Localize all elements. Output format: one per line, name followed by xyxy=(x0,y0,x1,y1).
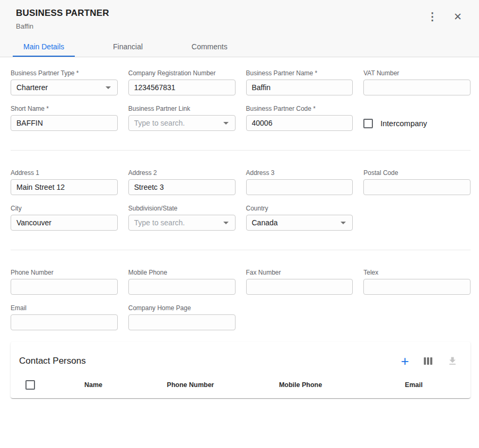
business-partner-dialog: BUSINESS PARTNER Baffin ⋮ ✕ Main Details… xyxy=(0,0,479,398)
business-partner-name-input[interactable] xyxy=(246,80,353,95)
field-business-partner-code: Business Partner Code * xyxy=(246,105,353,131)
fax-number-input[interactable] xyxy=(246,279,353,295)
contact-persons-card: Contact Persons + Name Phone Number Mobi… xyxy=(11,342,471,398)
field-label: Country xyxy=(246,205,353,212)
field-telex: Telex xyxy=(363,269,471,295)
identity-section: Business Partner Type * Charterer Compan… xyxy=(11,69,471,131)
select-all-checkbox[interactable] xyxy=(25,380,35,390)
field-label: Subdivision/State xyxy=(128,205,236,212)
field-address-1: Address 1 xyxy=(11,169,118,195)
columns-icon[interactable] xyxy=(423,356,433,366)
header-top: BUSINESS PARTNER Baffin ⋮ ✕ xyxy=(0,0,479,30)
field-label: VAT Number xyxy=(363,69,471,77)
select-all-cell xyxy=(11,380,50,390)
field-country: Country Canada xyxy=(246,205,353,231)
business-partner-link-select[interactable]: Type to search. xyxy=(128,115,236,131)
field-address-2: Address 2 xyxy=(128,169,236,195)
field-label: Address 1 xyxy=(11,169,118,177)
chevron-down-icon xyxy=(341,222,346,224)
field-company-home-page: Company Home Page xyxy=(128,304,236,330)
page-title: BUSINESS PARTNER xyxy=(16,8,109,19)
select-placeholder: Type to search. xyxy=(134,119,185,127)
business-partner-code-input[interactable] xyxy=(246,115,353,131)
chevron-down-icon xyxy=(223,222,229,224)
phone-number-input[interactable] xyxy=(11,279,118,295)
field-email: Email xyxy=(11,304,118,330)
field-company-registration-number: Company Registration Number xyxy=(128,69,236,95)
field-label: Postal Code xyxy=(363,169,471,177)
address-2-input[interactable] xyxy=(128,179,236,195)
column-header-phone: Phone Number xyxy=(137,381,244,389)
section-divider xyxy=(11,150,471,151)
email-input[interactable] xyxy=(11,314,118,330)
field-intercompany: Intercompany xyxy=(363,105,471,131)
tab-bar: Main Details Financial Comments xyxy=(0,37,479,57)
contact-persons-table-header: Name Phone Number Mobile Phone Email xyxy=(11,375,471,398)
field-city: City xyxy=(11,205,118,231)
intercompany-checkbox[interactable] xyxy=(363,119,373,128)
vat-number-input[interactable] xyxy=(363,80,471,95)
field-business-partner-link: Business Partner Link Type to search. xyxy=(128,105,236,131)
company-home-page-input[interactable] xyxy=(128,314,236,330)
select-value: Charterer xyxy=(16,83,48,92)
postal-code-input[interactable] xyxy=(363,179,471,195)
card-actions: + xyxy=(400,355,459,367)
field-label: Phone Number xyxy=(11,269,118,276)
field-label: Telex xyxy=(363,269,471,276)
telex-input[interactable] xyxy=(363,279,471,295)
city-input[interactable] xyxy=(11,215,118,231)
country-select[interactable]: Canada xyxy=(246,215,353,231)
tab-financial[interactable]: Financial xyxy=(102,37,153,57)
company-registration-input[interactable] xyxy=(128,80,236,95)
field-short-name: Short Name * xyxy=(11,105,118,131)
section-divider xyxy=(11,250,471,250)
header-actions: ⋮ ✕ xyxy=(425,10,464,23)
header-titles: BUSINESS PARTNER Baffin xyxy=(16,8,109,30)
checkbox-label: Intercompany xyxy=(380,119,427,128)
field-label: Address 2 xyxy=(128,169,236,177)
tab-comments[interactable]: Comments xyxy=(181,37,238,57)
business-partner-type-select[interactable]: Charterer xyxy=(11,80,118,95)
add-contact-button[interactable]: + xyxy=(400,356,410,366)
field-subdivision-state: Subdivision/State Type to search. xyxy=(128,205,236,231)
kebab-menu-icon[interactable]: ⋮ xyxy=(425,10,440,23)
select-placeholder: Type to search. xyxy=(134,218,185,227)
field-address-3: Address 3 xyxy=(246,169,353,195)
field-label: Company Registration Number xyxy=(128,69,236,77)
field-label: Business Partner Name * xyxy=(246,69,353,77)
close-icon[interactable]: ✕ xyxy=(451,11,464,23)
contact-info-section: Phone Number Mobile Phone Fax Number Tel… xyxy=(11,269,471,330)
column-header-mobile: Mobile Phone xyxy=(244,381,357,389)
tab-main-details[interactable]: Main Details xyxy=(13,37,75,57)
download-icon[interactable] xyxy=(446,355,459,367)
short-name-input[interactable] xyxy=(11,115,118,131)
field-business-partner-type: Business Partner Type * Charterer xyxy=(11,69,118,95)
field-fax-number: Fax Number xyxy=(246,269,353,295)
field-label: City xyxy=(11,205,118,212)
dialog-header: BUSINESS PARTNER Baffin ⋮ ✕ Main Details… xyxy=(0,0,479,57)
field-label: Business Partner Type * xyxy=(11,69,118,77)
page-subtitle: Baffin xyxy=(16,22,109,30)
address-1-input[interactable] xyxy=(11,179,118,195)
field-label: Mobile Phone xyxy=(128,269,236,276)
empty-cell xyxy=(363,304,471,330)
field-label: Company Home Page xyxy=(128,304,236,312)
field-vat-number: VAT Number xyxy=(363,69,471,95)
field-label: Fax Number xyxy=(246,269,353,276)
address-3-input[interactable] xyxy=(246,179,353,195)
field-label: Business Partner Code * xyxy=(246,105,353,112)
subdivision-state-select[interactable]: Type to search. xyxy=(128,215,236,231)
field-postal-code: Postal Code xyxy=(363,169,471,195)
main-details-panel: Business Partner Type * Charterer Compan… xyxy=(0,57,479,398)
field-business-partner-name: Business Partner Name * xyxy=(246,69,353,95)
address-section: Address 1 Address 2 Address 3 Postal Cod… xyxy=(11,169,471,231)
select-value: Canada xyxy=(252,218,278,227)
field-phone-number: Phone Number xyxy=(11,269,118,295)
field-mobile-phone: Mobile Phone xyxy=(128,269,236,295)
column-header-email: Email xyxy=(357,381,471,389)
mobile-phone-input[interactable] xyxy=(128,279,236,295)
empty-cell xyxy=(363,205,471,231)
chevron-down-icon xyxy=(106,86,111,89)
empty-cell xyxy=(246,304,353,330)
field-label: Business Partner Link xyxy=(128,105,236,112)
